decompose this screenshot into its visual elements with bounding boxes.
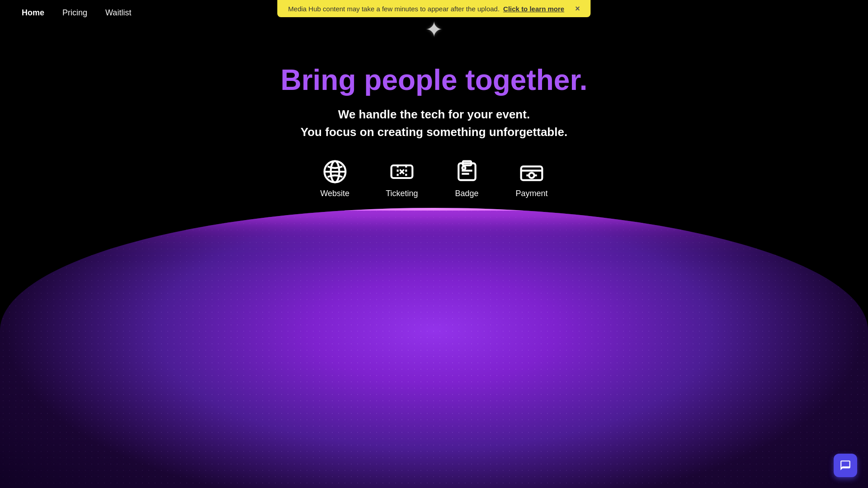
globe-glow	[0, 208, 868, 211]
hero-subtitle-line2: You focus on creating something unforget…	[301, 123, 567, 141]
feature-ticketing[interactable]: Ticketing	[386, 159, 418, 198]
feature-ticketing-label: Ticketing	[386, 189, 418, 198]
globe-ellipse	[0, 208, 868, 488]
hero-subtitle-line1: We handle the tech for your event.	[301, 106, 567, 123]
svg-point-4	[401, 171, 403, 173]
ticket-icon	[389, 159, 415, 184]
feature-website-label: Website	[320, 189, 349, 198]
feature-website[interactable]: Website	[320, 159, 349, 198]
payment-icon	[519, 159, 544, 184]
nav-home[interactable]: Home	[22, 8, 44, 18]
feature-payment-label: Payment	[516, 189, 548, 198]
nav-pricing[interactable]: Pricing	[62, 8, 87, 18]
svg-point-9	[462, 166, 465, 169]
hero-section: Bring people together. We handle the tec…	[0, 0, 868, 488]
svg-point-12	[529, 173, 534, 178]
learn-more-link[interactable]: Click to learn more	[503, 5, 564, 13]
notification-message: Media Hub content may take a few minutes…	[288, 5, 500, 13]
dots-overlay	[0, 208, 868, 488]
hero-subtitle: We handle the tech for your event. You f…	[301, 106, 567, 141]
nav-waitlist[interactable]: Waitlist	[105, 8, 131, 18]
feature-payment[interactable]: Payment	[516, 159, 548, 198]
feature-badge[interactable]: Badge	[454, 159, 480, 198]
features-row: Website Ticketing	[320, 159, 547, 198]
notification-close-button[interactable]: ×	[575, 5, 580, 13]
badge-icon	[454, 159, 480, 184]
feature-badge-label: Badge	[455, 189, 478, 198]
hero-title: Bring people together.	[280, 63, 587, 97]
notification-banner: Media Hub content may take a few minutes…	[277, 0, 590, 17]
globe-background	[0, 199, 868, 488]
globe-icon	[322, 159, 348, 184]
chat-button[interactable]	[834, 454, 857, 477]
